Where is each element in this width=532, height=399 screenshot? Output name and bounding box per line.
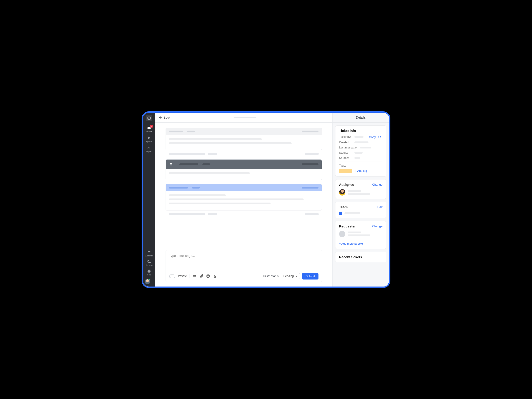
message-input[interactable]: [166, 250, 322, 270]
info-row-source: Source:: [339, 156, 382, 160]
change-assignee-link[interactable]: Change: [372, 183, 382, 186]
panel-title: Ticket info: [339, 129, 382, 133]
composer-area: Private Ticket status Pending: [155, 250, 332, 287]
panel-title: Recent tickets: [339, 255, 382, 259]
emoji-icon[interactable]: [206, 274, 210, 278]
message-body: [166, 135, 322, 150]
copy-url-link[interactable]: Copy URL: [369, 135, 382, 139]
hash-icon[interactable]: [192, 274, 196, 278]
private-icon: [169, 162, 173, 166]
tag-chip[interactable]: [339, 169, 352, 173]
name-placeholder: [348, 232, 361, 233]
assignee-panel: Assignee Change: [335, 179, 386, 199]
recent-tickets-panel: Recent tickets: [335, 252, 386, 262]
sidebar-item-tickets[interactable]: 3 Tickets: [143, 124, 155, 135]
sidebar-item-label: Tickets: [146, 130, 152, 133]
text-format-icon[interactable]: [213, 274, 217, 278]
value-placeholder: [355, 142, 368, 143]
svg-point-7: [207, 275, 210, 278]
ticket-icon: 3: [147, 126, 151, 130]
avatar: [339, 231, 345, 237]
user-avatar[interactable]: [145, 279, 150, 284]
panel-title: Assignee: [339, 183, 354, 187]
info-row-created: Created:: [339, 141, 382, 144]
sidebar-item-label: Subscribe: [145, 255, 153, 257]
add-people-link[interactable]: + Add more people: [339, 242, 363, 245]
submit-button[interactable]: Submit: [302, 273, 318, 279]
ticket-info-panel: Ticket info Ticket ID: Copy URL Created:…: [335, 125, 386, 177]
details-title: Details: [332, 113, 389, 123]
team-panel: Team Edit: [335, 202, 386, 218]
center-column: Back: [155, 113, 332, 287]
conversation-meta: [165, 153, 322, 155]
tags-label-row: Tags:: [339, 164, 382, 167]
team-name-placeholder: [344, 212, 360, 214]
message-card: [165, 128, 322, 150]
sidebar-item-label: Agents: [146, 140, 152, 142]
sidebar-item-reports[interactable]: Reports: [143, 144, 155, 154]
sidebar-item-subscribe[interactable]: Subscribe: [145, 249, 153, 258]
team-row: [339, 212, 382, 215]
gear-icon: [147, 260, 151, 264]
conversation-meta: [165, 213, 322, 215]
message-card-private: [165, 159, 322, 180]
composer-toolbar: Private Ticket status Pending: [166, 271, 322, 282]
message-header: [166, 184, 322, 191]
details-panel: Details Ticket info Ticket ID: Copy URL …: [332, 113, 389, 287]
message-body: [166, 191, 322, 210]
notification-badge: 3: [150, 125, 153, 128]
app-frame: 3 Tickets Agents Reports Subscribe: [142, 111, 390, 288]
ticket-status-label: Ticket status: [263, 275, 279, 278]
ticket-status-value: Pending: [283, 275, 294, 278]
topbar: Back: [155, 113, 332, 123]
ticket-status-select[interactable]: Pending: [281, 273, 300, 279]
back-button[interactable]: Back: [159, 116, 170, 119]
message-header: [166, 160, 322, 169]
svg-rect-3: [148, 251, 150, 253]
value-placeholder: [360, 147, 371, 148]
email-placeholder: [348, 234, 370, 236]
divider: [339, 239, 382, 239]
sidebar-item-settings[interactable]: Settings: [145, 258, 153, 268]
svg-text:?: ?: [148, 270, 150, 272]
name-placeholder: [348, 190, 361, 192]
chevron-down-icon: [296, 276, 298, 277]
reports-icon: [147, 146, 151, 150]
panel-title: Team: [339, 205, 348, 209]
svg-rect-4: [148, 252, 150, 253]
divider: [190, 274, 190, 278]
value-placeholder: [355, 136, 363, 138]
add-tag-button[interactable]: + Add tag: [355, 169, 367, 173]
info-row-last-message: Last message:: [339, 146, 382, 149]
agents-icon: [147, 136, 151, 140]
sidebar-item-agents[interactable]: Agents: [143, 135, 155, 144]
help-icon: ?: [147, 269, 151, 273]
avatar: [339, 189, 345, 196]
sidebar: 3 Tickets Agents Reports Subscribe: [143, 113, 155, 287]
svg-point-1: [148, 136, 149, 138]
private-label: Private: [178, 275, 187, 278]
edit-team-link[interactable]: Edit: [378, 205, 382, 209]
svg-point-8: [207, 276, 208, 276]
message-body: [166, 169, 322, 180]
team-color-icon: [339, 212, 342, 215]
email-placeholder: [348, 193, 370, 195]
message-header: [166, 128, 322, 135]
value-placeholder: [355, 157, 360, 159]
attachment-icon[interactable]: [199, 274, 203, 278]
change-requester-link[interactable]: Change: [372, 225, 382, 228]
tags-row: + Add tag: [339, 169, 382, 173]
assignee-row: [339, 189, 382, 196]
sidebar-item-label: Reports: [146, 150, 152, 153]
sidebar-item-label: Settings: [146, 264, 153, 266]
requester-panel: Requester Change + Add more people: [335, 221, 386, 249]
info-row-status: Status:: [339, 151, 382, 154]
divider: [339, 161, 382, 162]
arrow-left-icon: [159, 116, 162, 119]
app-logo[interactable]: [146, 115, 152, 121]
subscribe-icon: [147, 250, 151, 254]
page-title-placeholder: [234, 117, 256, 118]
private-toggle[interactable]: [169, 275, 175, 278]
sidebar-item-help[interactable]: ? Help: [145, 268, 153, 277]
message-composer: Private Ticket status Pending: [165, 250, 322, 282]
